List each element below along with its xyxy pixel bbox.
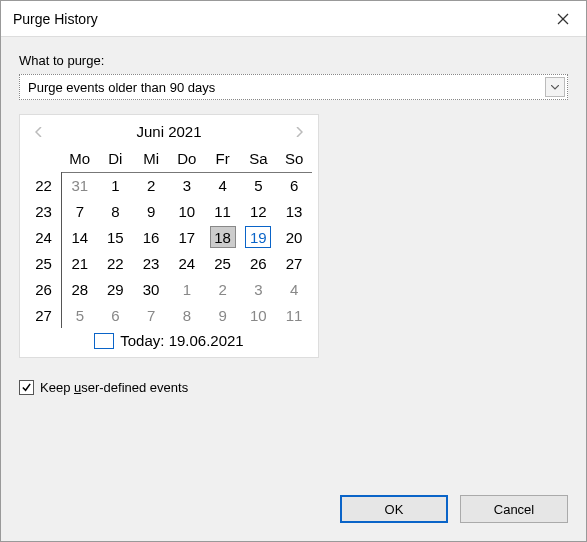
titlebar: Purge History xyxy=(1,1,586,37)
weekday-header: Di xyxy=(98,146,134,172)
calendar-day[interactable]: 7 xyxy=(133,302,169,328)
calendar-day[interactable]: 26 xyxy=(241,250,277,276)
calendar-day[interactable]: 11 xyxy=(276,302,312,328)
today-indicator-icon xyxy=(94,333,114,349)
checkmark-icon xyxy=(21,382,32,393)
keep-events-label: Keep user-defined events xyxy=(40,380,188,395)
calendar-week-row: 2231123456 xyxy=(26,172,312,198)
dropdown-arrow-button[interactable] xyxy=(545,77,565,97)
calendar-today-row[interactable]: Today: 19.06.2021 xyxy=(26,332,312,349)
calendar-day[interactable]: 7 xyxy=(62,198,98,224)
calendar-container: Juni 2021 Mo Di Mi Do xyxy=(19,114,568,358)
calendar-day[interactable]: 8 xyxy=(169,302,205,328)
calendar-header: Juni 2021 xyxy=(26,119,312,146)
close-icon xyxy=(557,13,569,25)
calendar-day[interactable]: 20 xyxy=(276,224,312,250)
window-title: Purge History xyxy=(13,11,98,27)
calendar-day[interactable]: 1 xyxy=(98,172,134,198)
dialog-buttons: OK Cancel xyxy=(19,479,568,541)
keep-events-checkbox[interactable] xyxy=(19,380,34,395)
ok-button[interactable]: OK xyxy=(340,495,448,523)
calendar-day[interactable]: 13 xyxy=(276,198,312,224)
calendar-day[interactable]: 30 xyxy=(133,276,169,302)
calendar-day[interactable]: 2 xyxy=(133,172,169,198)
calendar-week-row: 2378910111213 xyxy=(26,198,312,224)
weekday-header: Mi xyxy=(133,146,169,172)
calendar-day[interactable]: 28 xyxy=(62,276,98,302)
calendar-prev-button[interactable] xyxy=(32,125,46,139)
calendar-day[interactable]: 11 xyxy=(205,198,241,224)
calendar-day[interactable]: 18 xyxy=(205,224,241,250)
calendar-day[interactable]: 17 xyxy=(169,224,205,250)
calendar-day[interactable]: 31 xyxy=(62,172,98,198)
chevron-down-icon xyxy=(551,85,559,90)
calendar-day[interactable]: 2 xyxy=(205,276,241,302)
weekday-header: Fr xyxy=(205,146,241,172)
calendar-day[interactable]: 15 xyxy=(98,224,134,250)
calendar-week-row: 262829301234 xyxy=(26,276,312,302)
calendar-day[interactable]: 27 xyxy=(276,250,312,276)
calendar-day[interactable]: 10 xyxy=(169,198,205,224)
calendar-week-number: 24 xyxy=(26,224,62,250)
calendar-day[interactable]: 3 xyxy=(241,276,277,302)
dialog-content: What to purge: Purge events older than 9… xyxy=(1,37,586,541)
weekday-header: Mo xyxy=(62,146,98,172)
calendar-day[interactable]: 19 xyxy=(241,224,277,250)
weekday-header: Sa xyxy=(241,146,277,172)
calendar-day[interactable]: 3 xyxy=(169,172,205,198)
weekday-header: So xyxy=(276,146,312,172)
calendar-day[interactable]: 10 xyxy=(241,302,277,328)
calendar-week-row: 2521222324252627 xyxy=(26,250,312,276)
calendar-day[interactable]: 4 xyxy=(276,276,312,302)
calendar-week-row: 27567891011 xyxy=(26,302,312,328)
calendar-day[interactable]: 9 xyxy=(133,198,169,224)
cancel-button[interactable]: Cancel xyxy=(460,495,568,523)
chevron-right-icon xyxy=(295,127,303,137)
calendar-day[interactable]: 6 xyxy=(276,172,312,198)
calendar-week-number: 27 xyxy=(26,302,62,328)
calendar-day[interactable]: 5 xyxy=(62,302,98,328)
calendar-day[interactable]: 8 xyxy=(98,198,134,224)
calendar-day[interactable]: 23 xyxy=(133,250,169,276)
dropdown-value: Purge events older than 90 days xyxy=(28,80,215,95)
calendar-day[interactable]: 29 xyxy=(98,276,134,302)
calendar-day[interactable]: 4 xyxy=(205,172,241,198)
calendar-day[interactable]: 1 xyxy=(169,276,205,302)
calendar-day[interactable]: 22 xyxy=(98,250,134,276)
calendar-week-header xyxy=(26,146,62,172)
calendar-day[interactable]: 16 xyxy=(133,224,169,250)
calendar-month-title: Juni 2021 xyxy=(136,123,201,140)
calendar-day[interactable]: 24 xyxy=(169,250,205,276)
calendar-day[interactable]: 21 xyxy=(62,250,98,276)
calendar-day[interactable]: 6 xyxy=(98,302,134,328)
calendar-next-button[interactable] xyxy=(292,125,306,139)
calendar-day[interactable]: 9 xyxy=(205,302,241,328)
calendar-week-number: 22 xyxy=(26,172,62,198)
what-to-purge-label: What to purge: xyxy=(19,53,568,68)
calendar-week-number: 23 xyxy=(26,198,62,224)
calendar-day[interactable]: 25 xyxy=(205,250,241,276)
calendar-weekday-row: Mo Di Mi Do Fr Sa So xyxy=(26,146,312,172)
calendar-day[interactable]: 14 xyxy=(62,224,98,250)
dialog-window: Purge History What to purge: Purge event… xyxy=(0,0,587,542)
purge-dropdown[interactable]: Purge events older than 90 days xyxy=(19,74,568,100)
close-button[interactable] xyxy=(540,1,586,37)
calendar-grid: Mo Di Mi Do Fr Sa So 2231123456237891011… xyxy=(26,146,312,328)
calendar: Juni 2021 Mo Di Mi Do xyxy=(19,114,319,358)
chevron-left-icon xyxy=(35,127,43,137)
weekday-header: Do xyxy=(169,146,205,172)
today-label: Today: 19.06.2021 xyxy=(120,332,243,349)
calendar-day[interactable]: 5 xyxy=(241,172,277,198)
calendar-week-number: 25 xyxy=(26,250,62,276)
calendar-week-number: 26 xyxy=(26,276,62,302)
keep-events-checkbox-row[interactable]: Keep user-defined events xyxy=(19,380,568,395)
calendar-day[interactable]: 12 xyxy=(241,198,277,224)
calendar-week-row: 2414151617181920 xyxy=(26,224,312,250)
